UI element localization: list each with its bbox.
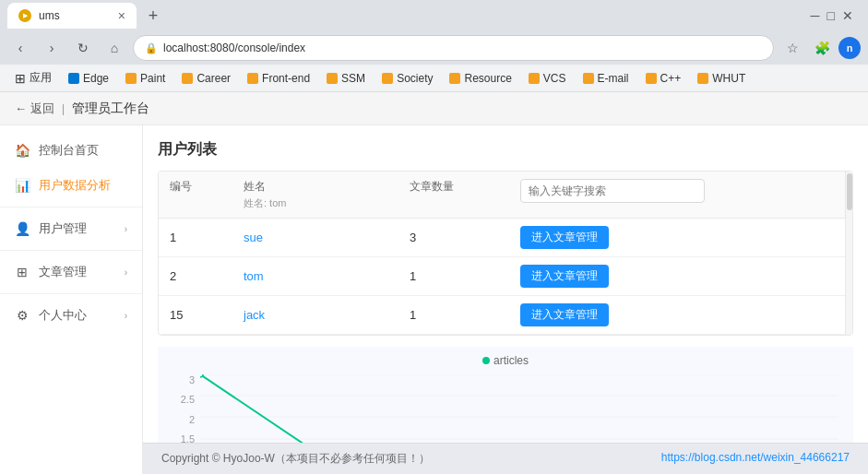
sidebar-item-user-analysis[interactable]: 📊 用户数据分析 xyxy=(0,168,142,203)
sidebar-personal-label: 个人中心 xyxy=(39,307,115,324)
bookmark-edge[interactable]: Edge xyxy=(61,69,116,88)
bookmark-paint[interactable]: Paint xyxy=(118,69,172,88)
y-label-2-5: 2.5 xyxy=(172,394,195,405)
cell-id-3: 15 xyxy=(159,301,232,329)
forward-nav-button[interactable]: › xyxy=(39,35,65,61)
line-chart-svg xyxy=(200,374,838,443)
bookmark-apps[interactable]: ⊞ 应用 xyxy=(7,67,59,89)
breadcrumb-title: 管理员工作台 xyxy=(72,101,149,117)
bookmark-whut[interactable]: WHUT xyxy=(690,69,753,88)
home-button[interactable]: ⌂ xyxy=(101,35,127,61)
main-content: 用户列表 编号 姓名 姓名: tom 文章数量 xyxy=(143,125,868,474)
cell-name-2: tom xyxy=(232,262,398,290)
bookmark-frontend-icon xyxy=(247,73,258,84)
sidebar-dashboard-label: 控制台首页 xyxy=(39,142,127,159)
maximize-button[interactable]: □ xyxy=(827,8,835,23)
sidebar-item-article-management[interactable]: ⊞ 文章管理 › xyxy=(0,255,142,290)
star-button[interactable]: ☆ xyxy=(779,35,805,61)
address-bar: ‹ › ↻ ⌂ 🔒 localhost:8080/console/index ☆… xyxy=(0,31,868,65)
bookmark-email[interactable]: E-mail xyxy=(576,69,636,88)
legend-dot-articles xyxy=(482,357,490,364)
toolbar-right: ☆ 🧩 n xyxy=(779,35,861,61)
cell-articles-1: 3 xyxy=(398,223,509,252)
back-nav-button[interactable]: ‹ xyxy=(7,35,33,61)
bookmarks-bar: ⊞ 应用 Edge Paint Career Front-end SSM Soc… xyxy=(0,65,868,92)
bookmark-resource[interactable]: Resource xyxy=(442,69,518,88)
search-input[interactable] xyxy=(520,179,705,203)
bookmark-paint-icon xyxy=(125,73,137,84)
table-row: 1 sue 3 进入文章管理 xyxy=(159,219,852,257)
legend-item-articles: articles xyxy=(482,354,529,367)
section-title: 用户列表 xyxy=(158,140,853,160)
bookmark-resource-icon xyxy=(449,73,460,84)
back-label: 返回 xyxy=(30,101,54,117)
table-scrollbar[interactable] xyxy=(845,172,852,335)
cell-id-1: 1 xyxy=(159,223,232,252)
tab-title: ums xyxy=(39,9,111,22)
enter-articles-button-1[interactable]: 进入文章管理 xyxy=(520,226,609,249)
bookmark-vcs[interactable]: VCS xyxy=(521,69,574,88)
bookmark-resource-label: Resource xyxy=(464,72,511,85)
bookmark-vcs-label: VCS xyxy=(543,72,566,85)
user-avatar[interactable]: n xyxy=(838,37,861,59)
enter-articles-button-3[interactable]: 进入文章管理 xyxy=(520,303,609,326)
bookmark-society-icon xyxy=(382,73,393,84)
cell-name-3: jack xyxy=(232,301,398,329)
col-header-name: 姓名 姓名: tom xyxy=(232,172,398,218)
close-window-button[interactable]: ✕ xyxy=(842,8,853,23)
bookmark-cpp-label: C++ xyxy=(660,72,682,85)
back-button[interactable]: ← 返回 xyxy=(15,101,54,117)
home-icon: 🏠 xyxy=(15,143,30,158)
table-row: 2 tom 1 进入文章管理 xyxy=(159,257,852,296)
user-link-1[interactable]: sue xyxy=(244,231,263,244)
y-label-3: 3 xyxy=(172,374,195,385)
bookmark-edge-icon xyxy=(68,73,79,84)
sidebar-item-personal-center[interactable]: ⚙ 个人中心 › xyxy=(0,298,142,333)
cell-action-3: 进入文章管理 xyxy=(509,296,852,334)
reload-button[interactable]: ↻ xyxy=(70,35,96,61)
user-link-2[interactable]: tom xyxy=(244,269,264,283)
extension-button[interactable]: 🧩 xyxy=(809,35,835,61)
bookmark-frontend-label: Front-end xyxy=(262,72,310,85)
footer-copyright: Copyright © HyoJoo-W（本项目不必参考任何项目！） xyxy=(161,451,430,467)
cell-action-1: 进入文章管理 xyxy=(509,219,852,256)
sidebar-item-dashboard[interactable]: 🏠 控制台首页 xyxy=(0,133,142,168)
footer-link[interactable]: https://blog.csdn.net/weixin_44666217 xyxy=(661,451,850,467)
bookmark-society[interactable]: Society xyxy=(375,69,440,88)
lock-icon: 🔒 xyxy=(145,42,158,54)
bookmark-cpp-icon xyxy=(646,73,657,84)
y-axis: 3 2.5 2 1.5 1 0.5 0 xyxy=(172,374,200,443)
bookmark-cpp[interactable]: C++ xyxy=(638,69,689,88)
bookmark-career[interactable]: Career xyxy=(174,69,238,88)
col-header-search xyxy=(509,172,845,218)
new-tab-button[interactable]: + xyxy=(140,3,166,29)
bookmark-career-icon xyxy=(182,73,193,84)
bookmark-email-label: E-mail xyxy=(598,72,629,85)
content-area: 用户列表 编号 姓名 姓名: tom 文章数量 xyxy=(143,125,868,443)
minimize-button[interactable]: ─ xyxy=(811,8,820,23)
bookmark-frontend[interactable]: Front-end xyxy=(240,69,317,88)
tab-close-button[interactable]: × xyxy=(118,8,125,23)
bookmark-society-label: Society xyxy=(397,72,433,85)
url-bar[interactable]: 🔒 localhost:8080/console/index xyxy=(133,35,774,61)
legend-label-articles: articles xyxy=(493,354,529,367)
article-icon: ⊞ xyxy=(15,265,30,279)
sidebar-item-user-management[interactable]: 👤 用户管理 › xyxy=(0,211,142,246)
cell-action-2: 进入文章管理 xyxy=(509,257,852,295)
bookmark-ssm[interactable]: SSM xyxy=(319,69,373,88)
scrollbar-thumb xyxy=(847,173,852,210)
sidebar-usermgmt-label: 用户管理 xyxy=(39,220,115,237)
enter-articles-button-2[interactable]: 进入文章管理 xyxy=(520,265,609,288)
col-header-id: 编号 xyxy=(159,172,232,218)
chevron-right-icon-3: › xyxy=(125,311,127,321)
col-header-articles: 文章数量 xyxy=(398,172,509,218)
chevron-right-icon-2: › xyxy=(125,267,127,278)
bookmark-ssm-label: SSM xyxy=(341,72,365,85)
active-tab[interactable]: ums × xyxy=(7,3,137,29)
sidebar-divider-3 xyxy=(0,293,142,294)
settings-icon: ⚙ xyxy=(15,308,30,323)
sidebar-analysis-label: 用户数据分析 xyxy=(39,177,127,194)
table-header: 编号 姓名 姓名: tom 文章数量 xyxy=(159,172,852,219)
user-link-3[interactable]: jack xyxy=(244,308,265,322)
tab-bar: ums × + ─ □ ✕ xyxy=(0,0,868,31)
